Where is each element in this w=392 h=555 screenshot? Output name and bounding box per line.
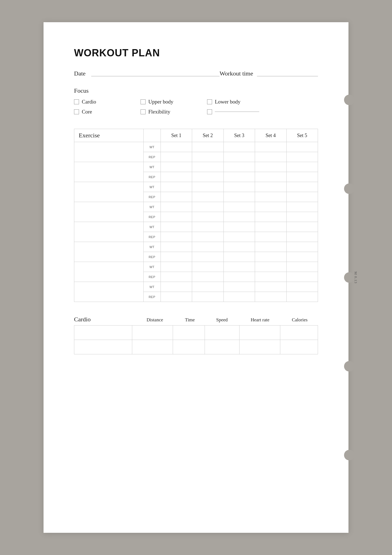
data-cell[interactable] bbox=[192, 282, 223, 292]
exercise-name-cell[interactable] bbox=[74, 242, 144, 262]
data-cell[interactable] bbox=[286, 162, 318, 172]
data-cell[interactable] bbox=[255, 262, 286, 272]
data-cell[interactable] bbox=[161, 252, 192, 262]
cardio-cell-exercise[interactable] bbox=[74, 326, 132, 340]
data-cell[interactable] bbox=[192, 192, 223, 202]
data-cell[interactable] bbox=[192, 242, 223, 252]
exercise-name-cell[interactable] bbox=[74, 282, 144, 302]
data-cell[interactable] bbox=[255, 192, 286, 202]
data-cell[interactable] bbox=[286, 202, 318, 212]
data-cell[interactable] bbox=[161, 202, 192, 212]
data-cell[interactable] bbox=[161, 272, 192, 282]
data-cell[interactable] bbox=[192, 172, 223, 182]
data-cell[interactable] bbox=[255, 232, 286, 242]
data-cell[interactable] bbox=[223, 292, 255, 302]
data-cell[interactable] bbox=[161, 162, 192, 172]
data-cell[interactable] bbox=[255, 212, 286, 222]
data-cell[interactable] bbox=[255, 172, 286, 182]
data-cell[interactable] bbox=[161, 292, 192, 302]
data-cell[interactable] bbox=[192, 252, 223, 262]
data-cell[interactable] bbox=[223, 202, 255, 212]
custom-focus-line[interactable] bbox=[215, 112, 259, 112]
data-cell[interactable] bbox=[192, 202, 223, 212]
data-cell[interactable] bbox=[161, 282, 192, 292]
data-cell[interactable] bbox=[192, 222, 223, 232]
exercise-name-cell[interactable] bbox=[74, 162, 144, 182]
exercise-name-cell[interactable] bbox=[74, 202, 144, 222]
cardio-cell-distance[interactable] bbox=[132, 326, 173, 340]
data-cell[interactable] bbox=[223, 182, 255, 192]
cardio-cell-heartrate[interactable] bbox=[240, 326, 280, 340]
data-cell[interactable] bbox=[286, 142, 318, 152]
data-cell[interactable] bbox=[286, 152, 318, 162]
exercise-name-cell[interactable] bbox=[74, 262, 144, 282]
data-cell[interactable] bbox=[223, 252, 255, 262]
exercise-name-cell[interactable] bbox=[74, 222, 144, 242]
data-cell[interactable] bbox=[223, 152, 255, 162]
checkbox-cardio[interactable] bbox=[74, 99, 79, 104]
data-cell[interactable] bbox=[192, 272, 223, 282]
data-cell[interactable] bbox=[286, 172, 318, 182]
cardio-cell-time[interactable] bbox=[173, 326, 205, 340]
data-cell[interactable] bbox=[223, 212, 255, 222]
cardio-cell-speed[interactable] bbox=[205, 326, 240, 340]
data-cell[interactable] bbox=[192, 292, 223, 302]
data-cell[interactable] bbox=[192, 212, 223, 222]
data-cell[interactable] bbox=[161, 142, 192, 152]
cardio-cell-calories[interactable] bbox=[280, 326, 318, 340]
cardio-cell-calories[interactable] bbox=[280, 340, 318, 354]
cardio-cell-time[interactable] bbox=[173, 340, 205, 354]
data-cell[interactable] bbox=[255, 162, 286, 172]
data-cell[interactable] bbox=[223, 242, 255, 252]
data-cell[interactable] bbox=[223, 172, 255, 182]
data-cell[interactable] bbox=[255, 152, 286, 162]
checkbox-flexibility[interactable] bbox=[141, 109, 146, 114]
data-cell[interactable] bbox=[255, 272, 286, 282]
data-cell[interactable] bbox=[286, 192, 318, 202]
cardio-cell-heartrate[interactable] bbox=[240, 340, 280, 354]
data-cell[interactable] bbox=[161, 152, 192, 162]
data-cell[interactable] bbox=[255, 202, 286, 212]
cardio-cell-distance[interactable] bbox=[132, 340, 173, 354]
data-cell[interactable] bbox=[223, 232, 255, 242]
data-cell[interactable] bbox=[286, 262, 318, 272]
data-cell[interactable] bbox=[255, 282, 286, 292]
data-cell[interactable] bbox=[223, 262, 255, 272]
checkbox-upper-body[interactable] bbox=[141, 99, 146, 104]
checkbox-core[interactable] bbox=[74, 109, 79, 114]
data-cell[interactable] bbox=[223, 162, 255, 172]
data-cell[interactable] bbox=[255, 222, 286, 232]
data-cell[interactable] bbox=[161, 222, 192, 232]
checkbox-lower-body[interactable] bbox=[207, 99, 212, 104]
data-cell[interactable] bbox=[161, 212, 192, 222]
data-cell[interactable] bbox=[223, 192, 255, 202]
data-cell[interactable] bbox=[286, 252, 318, 262]
data-cell[interactable] bbox=[255, 242, 286, 252]
data-cell[interactable] bbox=[161, 232, 192, 242]
data-cell[interactable] bbox=[223, 282, 255, 292]
cardio-cell-speed[interactable] bbox=[205, 340, 240, 354]
data-cell[interactable] bbox=[223, 142, 255, 152]
data-cell[interactable] bbox=[192, 182, 223, 192]
data-cell[interactable] bbox=[255, 182, 286, 192]
checkbox-custom[interactable] bbox=[207, 109, 212, 114]
data-cell[interactable] bbox=[255, 142, 286, 152]
data-cell[interactable] bbox=[286, 182, 318, 192]
data-cell[interactable] bbox=[161, 172, 192, 182]
data-cell[interactable] bbox=[286, 222, 318, 232]
data-cell[interactable] bbox=[192, 262, 223, 272]
data-cell[interactable] bbox=[286, 232, 318, 242]
data-cell[interactable] bbox=[223, 272, 255, 282]
data-cell[interactable] bbox=[192, 232, 223, 242]
data-cell[interactable] bbox=[286, 212, 318, 222]
cardio-cell-exercise[interactable] bbox=[74, 340, 132, 354]
data-cell[interactable] bbox=[286, 242, 318, 252]
exercise-name-cell[interactable] bbox=[74, 182, 144, 202]
data-cell[interactable] bbox=[192, 142, 223, 152]
data-cell[interactable] bbox=[161, 262, 192, 272]
exercise-name-cell[interactable] bbox=[74, 142, 144, 162]
data-cell[interactable] bbox=[192, 162, 223, 172]
data-cell[interactable] bbox=[255, 252, 286, 262]
data-cell[interactable] bbox=[192, 152, 223, 162]
data-cell[interactable] bbox=[255, 292, 286, 302]
